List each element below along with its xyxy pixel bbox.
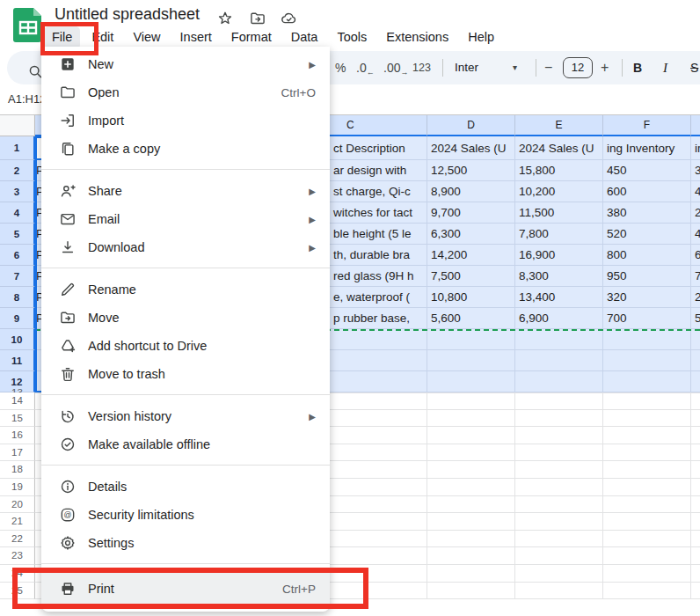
cell-E25[interactable] [515,583,603,600]
row-header-16[interactable]: 16 [0,427,35,444]
cell-E20[interactable] [515,496,603,514]
cell-G21[interactable] [691,513,700,531]
cell-G16[interactable] [691,427,700,444]
cell-D16[interactable] [427,427,515,444]
cell-E2[interactable]: 15,800 [515,160,603,181]
cell-F16[interactable] [603,427,691,444]
cell-A17[interactable] [35,444,41,462]
cell-A21[interactable] [35,513,41,531]
cell-C19[interactable] [330,479,427,496]
cell-E19[interactable] [515,479,603,496]
cell-E1[interactable]: 2024 Sales (U [515,136,603,160]
cell-E21[interactable] [515,513,603,531]
move-folder-icon[interactable] [249,10,266,27]
column-header-C[interactable]: C [330,115,427,136]
increase-font-size-button[interactable]: + [601,51,609,84]
cell-F8[interactable]: 320 [603,287,691,308]
cell-D11[interactable] [427,350,515,371]
menu-item-download[interactable]: Download▶ [41,233,330,261]
cell-A19[interactable] [35,479,41,496]
cell-D3[interactable]: 8,900 [427,181,515,202]
cell-G11[interactable] [691,350,700,371]
cell-G5[interactable]: 4 [691,224,700,245]
select-all-corner[interactable] [0,115,35,136]
menu-item-new[interactable]: New▶ [41,50,330,78]
cell-A3[interactable]: P [35,181,41,202]
cell-D19[interactable] [427,479,515,496]
cell-D5[interactable]: 6,300 [427,224,515,245]
cell-C24[interactable] [330,565,427,583]
cell-C3[interactable]: st charge, Qi-c [330,181,427,202]
row-header-15[interactable]: 15 [0,410,35,428]
row-header-18[interactable]: 18 [0,461,35,479]
cell-F10[interactable] [603,329,691,350]
cell-C14[interactable] [330,392,427,410]
cell-D23[interactable] [427,547,515,565]
cell-C17[interactable] [330,444,427,462]
cell-F11[interactable] [603,350,691,371]
cell-G22[interactable] [691,531,700,548]
cell-G6[interactable]: 6 [691,245,700,266]
cell-E3[interactable]: 10,200 [515,181,603,202]
cell-G12[interactable] [691,371,700,392]
document-title[interactable]: Untitled spreadsheet [55,5,200,24]
cell-E4[interactable]: 11,500 [515,202,603,224]
row-header-25[interactable]: 25 [0,583,35,600]
cell-A6[interactable]: P [35,245,41,266]
cell-E5[interactable]: 7,800 [515,224,603,245]
cell-E22[interactable] [515,531,603,548]
menu-item-print[interactable]: PrintCtrl+P [41,571,330,606]
decrease-decimal-button[interactable]: .0← [356,51,374,84]
cell-E14[interactable] [515,392,603,410]
cell-D9[interactable]: 5,600 [427,308,515,329]
cell-F22[interactable] [603,531,691,548]
cell-G17[interactable] [691,444,700,462]
cell-C5[interactable]: ble height (5 le [330,224,427,245]
cell-A22[interactable] [35,531,41,548]
font-size-input[interactable]: 12 [563,57,593,78]
sheets-logo-icon[interactable] [13,6,43,47]
cell-A15[interactable] [35,410,41,428]
column-header-D[interactable]: D [427,115,515,136]
cell-D24[interactable] [427,565,515,583]
cell-D14[interactable] [427,392,515,410]
menu-item-email[interactable]: Email▶ [41,205,330,233]
cell-F3[interactable]: 600 [603,181,691,202]
menubar-item-extensions[interactable]: Extensions [378,26,456,49]
cell-G2[interactable]: 3 [691,160,700,181]
cell-E9[interactable]: 6,900 [515,308,603,329]
font-family-select[interactable]: Inter [455,51,478,84]
menu-item-settings[interactable]: Settings [41,529,330,557]
row-header-11[interactable]: 11 [0,350,35,371]
cell-E6[interactable]: 16,900 [515,245,603,266]
cell-C15[interactable] [330,410,427,428]
cell-C8[interactable]: e, waterproof ( [330,287,427,308]
cell-G8[interactable]: 2 [691,287,700,308]
cell-D21[interactable] [427,513,515,531]
cell-C20[interactable] [330,496,427,514]
row-header-5[interactable]: 5 [0,224,35,245]
cell-A16[interactable] [35,427,41,444]
cell-G3[interactable]: 4 [691,181,700,202]
cell-G18[interactable] [691,461,700,479]
increase-decimal-button[interactable]: .00→ [383,51,407,84]
cell-A25[interactable] [35,583,41,600]
decrease-font-size-button[interactable]: − [544,51,552,84]
cell-E23[interactable] [515,547,603,565]
cell-A9[interactable]: P [35,308,41,329]
percent-format-button[interactable]: % [335,51,346,84]
row-header-7[interactable]: 7 [0,266,35,287]
chevron-down-icon[interactable]: ▾ [513,51,517,84]
cell-F21[interactable] [603,513,691,531]
cell-E12[interactable] [515,371,603,392]
row-header-9[interactable]: 9 [0,308,35,329]
cell-A7[interactable]: P [35,266,41,287]
row-header-4[interactable]: 4 [0,202,35,224]
cell-F17[interactable] [603,444,691,462]
menu-item-import[interactable]: Import [41,106,330,135]
cell-G23[interactable] [691,547,700,565]
row-header-17[interactable]: 17 [0,444,35,462]
row-header-10[interactable]: 10 [0,329,35,350]
cell-C21[interactable] [330,513,427,531]
column-header-G[interactable] [691,115,700,136]
